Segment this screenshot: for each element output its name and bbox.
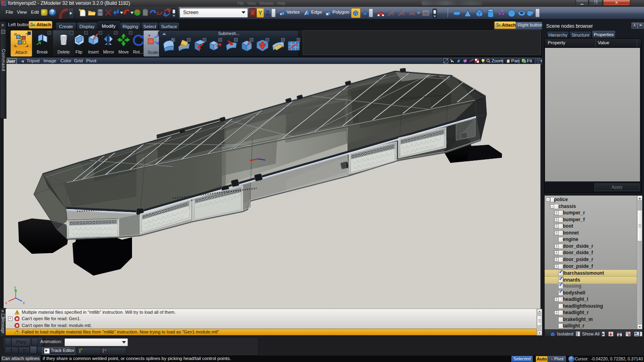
svg-text:x: x [5, 301, 7, 305]
svg-text:y: y [14, 285, 16, 289]
svg-text:z: z [23, 301, 25, 305]
